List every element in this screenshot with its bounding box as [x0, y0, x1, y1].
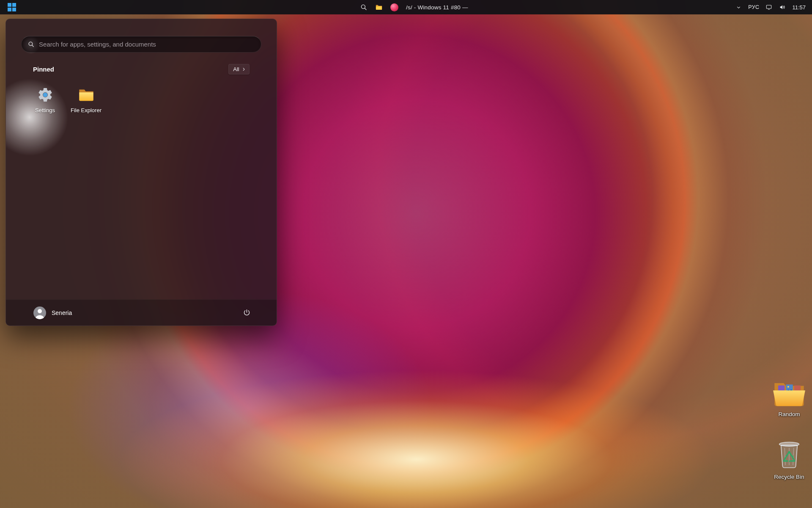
all-apps-label: All — [233, 66, 239, 72]
screen: /s/ - Windows 11 #80 — РУС — [0, 0, 812, 508]
start-menu-footer: Seneria — [6, 299, 277, 326]
all-apps-button[interactable]: All › — [228, 64, 250, 75]
start-search-box[interactable] — [21, 36, 261, 52]
system-tray: РУС 11:57 — [733, 0, 812, 14]
tray-expand-button[interactable] — [733, 1, 743, 13]
desktop-icon-random[interactable]: Random — [766, 379, 812, 417]
pinned-section-header: Pinned All › — [33, 64, 250, 75]
taskbar: /s/ - Windows 11 #80 — РУС — [0, 0, 812, 14]
user-profile-button[interactable]: Seneria — [30, 304, 76, 321]
chevron-down-icon — [736, 5, 741, 10]
pinned-app-settings[interactable]: Settings — [25, 81, 66, 119]
folder-icon — [375, 3, 383, 11]
taskbar-center: /s/ - Windows 11 #80 — — [358, 0, 468, 14]
search-icon — [27, 41, 35, 48]
desktop-icon-label: Recycle Bin — [774, 474, 804, 480]
start-menu: Pinned All › Settings — [5, 19, 277, 326]
start-search-input[interactable] — [39, 41, 255, 48]
pinned-apps-grid: Settings File Explorer — [25, 81, 258, 119]
pinned-app-label: Settings — [35, 107, 55, 113]
folder-with-photos-icon — [773, 379, 806, 409]
user-avatar — [33, 306, 46, 319]
taskbar-search-button[interactable] — [358, 1, 370, 13]
clock[interactable]: 11:57 — [791, 1, 807, 13]
language-indicator[interactable]: РУС — [747, 1, 760, 13]
volume-tray-button[interactable] — [777, 1, 787, 13]
speaker-icon — [779, 4, 786, 11]
desktop-icon-recycle-bin[interactable]: Recycle Bin — [766, 438, 812, 480]
active-window-title: /s/ - Windows 11 #80 — — [406, 4, 468, 11]
search-icon — [360, 3, 368, 11]
taskbar-active-app-button[interactable] — [388, 1, 400, 13]
windows-logo-icon — [8, 3, 16, 11]
monitor-icon — [765, 4, 772, 11]
display-tray-button[interactable] — [764, 1, 774, 13]
chevron-right-icon: › — [243, 66, 245, 72]
red-app-icon — [390, 3, 398, 11]
settings-gear-icon — [37, 86, 54, 103]
pinned-heading: Pinned — [33, 66, 54, 73]
power-button[interactable] — [239, 305, 255, 321]
file-explorer-folder-icon — [78, 86, 95, 103]
pinned-app-label: File Explorer — [71, 107, 102, 113]
power-icon — [243, 309, 251, 317]
recycle-bin-icon — [776, 438, 802, 472]
start-button[interactable] — [5, 1, 19, 14]
user-name: Seneria — [52, 309, 72, 316]
person-icon — [33, 306, 46, 319]
taskbar-file-explorer-button[interactable] — [373, 1, 385, 13]
desktop-icon-label: Random — [778, 411, 800, 417]
pinned-app-file-explorer[interactable]: File Explorer — [66, 81, 107, 119]
taskbar-left — [0, 0, 19, 14]
